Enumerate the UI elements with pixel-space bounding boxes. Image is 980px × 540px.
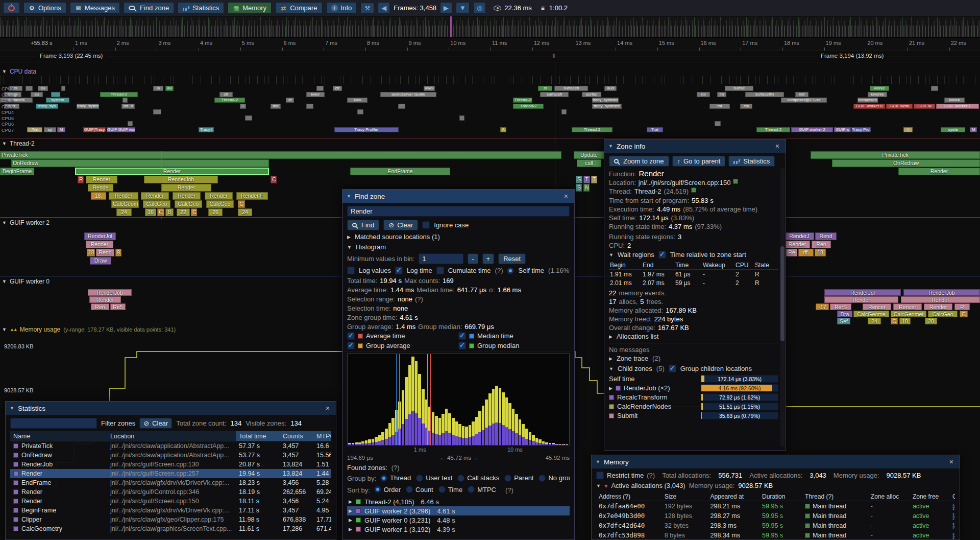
cpu-zone[interactable]: surfacefl [540,92,569,97]
radio-option[interactable]: MTPC [468,486,496,494]
legend-item[interactable]: Average time [347,332,458,340]
timeline-zone[interactable]: Render [898,168,980,175]
cpu-zone[interactable]: Trat [647,127,663,132]
timeline-zone[interactable]: RenderJob [903,289,980,296]
collapse-icon[interactable]: ▼ [596,483,601,488]
zone-info-titlebar[interactable]: ▼ Zone info × [604,139,786,153]
cpu-zone[interactable]: tracy_systrace [592,98,619,103]
cpu-zone[interactable]: syste [941,127,965,132]
cpu-zone[interactable]: kworke [868,92,887,97]
radio-option[interactable]: Call stacks [457,474,499,482]
cpu-zone[interactable]: roi [697,92,710,97]
filter-zones-input[interactable] [10,418,97,429]
legend-item[interactable]: Group median [458,342,570,349]
collapse-icon[interactable]: ▼ [596,459,600,464]
timeline-zone[interactable]: C [891,318,898,324]
timeline-zone[interactable]: RenderJob [144,176,218,183]
clear-filter-button[interactable]: ⊘Clear [139,418,172,429]
cumulate-time-checkbox[interactable] [436,267,444,274]
timeline-zone[interactable]: 26 [208,208,223,216]
log-time-checkbox[interactable] [395,267,403,274]
timeline-zone[interactable]: S [576,176,582,183]
zone-group-row[interactable]: ▶GUIF worker 0 (3,231)4.48 s [347,515,570,525]
timeline-zone[interactable]: 18 [87,249,95,256]
cpu-zone[interactable]: ndr [795,92,808,97]
timeline-zone[interactable]: CalcGeo [143,200,170,208]
group-children-checkbox[interactable] [669,365,676,372]
timeline-zone[interactable]: Render [901,296,980,303]
stats-row[interactable]: Clipperjni/../jni/src/claw/gfx/geo/Clipp… [10,515,331,524]
cpu-zone[interactable] [128,121,133,126]
timeline-zone[interactable]: 20 [925,318,937,324]
timeline-zone[interactable]: C [191,208,197,216]
timeline-zone[interactable]: Render F [236,192,268,200]
radio-option[interactable]: Time [438,486,462,494]
timeline-zone[interactable]: OnRedraw [832,159,980,167]
timeline-zone[interactable]: CalcGeome [111,200,139,208]
timeline-zone[interactable]: C [157,208,164,216]
legend-item[interactable]: Group average [347,342,458,349]
timeline-zone[interactable]: Render [109,192,138,200]
stats-row[interactable]: BeginFramejni/../jni/src/claw/gfx/drv/vk… [10,506,331,515]
cpu-zone[interactable]: M [57,127,65,132]
next-frame-button[interactable]: ▶ [440,2,452,14]
timeline-zone[interactable]: OnRedraw [11,159,269,167]
matched-locations-row[interactable]: ▶ Matched source locations (1) [347,233,570,241]
allocation-address[interactable]: 0x7dfaa64e00 [596,502,662,510]
collapse-icon[interactable]: ▼ [609,366,614,371]
tools-button[interactable]: ⚒ [360,3,374,14]
cpu-zone[interactable] [316,86,324,91]
timeline-zone[interactable]: call [577,159,601,167]
cpu-data-header[interactable]: ▼ CPU data [2,68,36,75]
timeline-zone[interactable]: 10 [899,318,911,324]
log-values-checkbox[interactable] [347,267,355,274]
cpu-zone[interactable]: Tracy Profiler [334,127,399,132]
cpu-zone[interactable]: surfac [582,92,601,97]
timeline-zone[interactable]: C [960,311,968,317]
prev-frame-button[interactable]: ◀ [378,2,390,14]
thread-header[interactable]: ▼GUIF worker 0 [2,278,50,285]
cpu-zone[interactable] [561,109,567,114]
timeline-zone[interactable]: Rende [88,184,113,192]
timeline-zone[interactable]: Render [75,168,269,175]
timeline-zone[interactable]: 8 [165,208,174,216]
timeline-zone[interactable]: S [576,184,582,192]
cpu-zone[interactable]: I [903,127,913,132]
cpu-zone[interactable]: A [500,127,506,132]
radio[interactable] [457,475,464,482]
timeline-zone[interactable]: Draw [90,257,111,265]
min-bin-input[interactable] [419,253,463,264]
cpu-zone[interactable]: kwo [347,98,368,103]
stats-row[interactable]: Renderjni/../jni/src/guif/Screen.cpp:150… [10,497,331,506]
timeline-zone[interactable]: CalcGeo [206,200,234,208]
cpu-zone[interactable]: GUIF work [886,104,913,109]
active-allocations-section[interactable]: Active allocations (3,043) [611,482,685,489]
timeline-zone[interactable]: Ren [91,303,109,310]
timeline-zone[interactable]: T [591,176,597,183]
timeline-zone[interactable]: Rend [96,249,114,256]
stats-row[interactable]: CalcGeometryjni/../jni/src/claw/graphics… [10,524,331,533]
legend-item[interactable]: Median time [458,332,570,340]
allocation-address[interactable]: 0x7e049b3d00 [596,512,662,520]
timeline-zone[interactable]: RerS [830,303,851,310]
find-zone-button[interactable]: Find zone [124,2,174,14]
cpu-zone[interactable]: tracy_syn [36,104,58,109]
bin-plus-button[interactable]: + [482,253,495,264]
timeline-zone[interactable]: N [583,184,590,192]
stats-column-header[interactable]: Location [107,431,236,441]
cpu-zone[interactable] [61,86,65,91]
close-icon[interactable]: × [324,404,332,412]
cpu-zone[interactable]: + [240,104,246,109]
stats-row[interactable]: OnRedrawjni/../jni/src/claw/application/… [10,451,331,460]
compare-button[interactable]: ⇄Compare [275,2,322,14]
timeline-zone[interactable]: Dra [837,311,852,317]
close-icon[interactable]: × [562,192,570,200]
cpu-zone[interactable]: col [740,104,752,109]
stats-column-header[interactable]: Counts [280,431,313,441]
cpu-zone[interactable]: tracy_systrace [592,104,622,109]
zone-group-row[interactable]: ▶GUIF worker 1 (3,192)4.39 s [347,525,570,534]
timeline-zone[interactable]: PrivateTick [0,151,561,159]
timeline-zone[interactable]: Rencer [863,303,891,310]
cpu-zone[interactable]: su [38,86,48,91]
collapse-icon[interactable]: ▼ [609,252,614,257]
